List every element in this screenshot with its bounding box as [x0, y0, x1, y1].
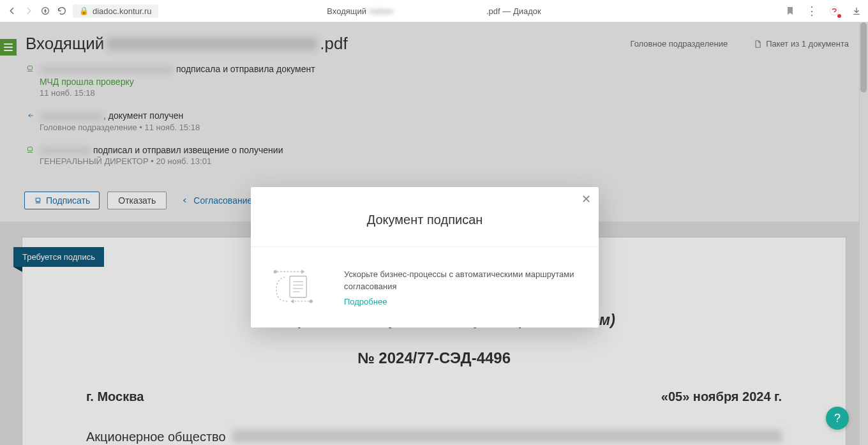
event-meta: ГЕНЕРАЛЬНЫЙ ДИРЕКТОР • 20 нояб. 13:01	[40, 156, 849, 166]
page-title: Входящий .pdf	[26, 34, 348, 54]
timeline-event: подписала и отправила документ МЧД прошл…	[26, 64, 849, 98]
mchd-status: МЧД прошла проверку	[40, 77, 849, 87]
stamp-icon	[26, 64, 34, 73]
stamp-icon	[26, 146, 34, 155]
modal-body-text: Ускорьте бизнес-процессы с автоматически…	[344, 268, 580, 293]
download-icon[interactable]	[851, 6, 862, 16]
yandex-home-icon[interactable]	[40, 5, 51, 17]
timeline-event: подписал и отправил извещение о получени…	[26, 145, 849, 166]
route-illustration-icon	[270, 265, 327, 310]
kebab-menu-icon[interactable]: ⋮	[807, 6, 817, 16]
event-meta: 11 нояб. 15:18	[40, 88, 849, 98]
modal-title: Документ подписан	[264, 213, 586, 227]
svg-rect-3	[28, 147, 33, 151]
lock-icon: 🔒	[79, 6, 89, 15]
help-fab[interactable]: ?	[826, 407, 849, 430]
menu-toggle-button[interactable]	[0, 39, 17, 56]
url-text: diadoc.kontur.ru	[93, 6, 152, 16]
event-meta: Головное подразделение • 11 нояб. 15:18	[40, 123, 849, 132]
svg-point-5	[274, 270, 277, 273]
org-unit[interactable]: Головное подразделение	[630, 39, 728, 49]
status-ribbon: Требуется подпись	[13, 247, 104, 267]
doc-number: № 2024/77-СЭД-4496	[86, 349, 782, 367]
scrollbar[interactable]	[859, 22, 868, 445]
svg-rect-6	[290, 276, 306, 298]
signed-modal: ✕ Документ подписан Ускорьте бизн	[251, 187, 599, 328]
address-bar[interactable]: 🔒 diadoc.kontur.ru	[73, 4, 158, 18]
reload-icon[interactable]	[56, 5, 68, 17]
browser-chrome: 🔒 diadoc.kontur.ru Входящий hidden .pdf …	[0, 0, 868, 22]
scroll-handle[interactable]	[860, 22, 867, 93]
sign-button[interactable]: Подписать	[24, 192, 100, 209]
nav-forward-icon[interactable]	[23, 5, 34, 17]
bookmark-icon[interactable]	[785, 6, 795, 16]
svg-point-7	[310, 299, 313, 303]
doc-city: г. Москва	[86, 389, 144, 404]
svg-rect-4	[36, 198, 40, 201]
event-timeline: подписала и отправила документ МЧД прошл…	[26, 64, 849, 179]
approval-menu[interactable]: Согласование	[181, 195, 252, 206]
learn-more-link[interactable]: Подробнее	[344, 297, 387, 306]
decline-button[interactable]: Отказать	[107, 192, 167, 209]
doc-date: «05» ноября 2024 г.	[661, 389, 782, 404]
inbox-icon	[26, 111, 34, 120]
extension-icon[interactable]	[828, 5, 840, 17]
doc-corp: Акционерное общество	[86, 430, 226, 444]
svg-rect-2	[28, 66, 33, 70]
nav-back-icon[interactable]	[6, 5, 18, 17]
svg-point-1	[830, 6, 839, 15]
close-icon[interactable]: ✕	[581, 193, 591, 205]
timeline-event: , документ получен Головное подразделени…	[26, 110, 849, 132]
tab-title: Входящий hidden .pdf — Диадок	[327, 6, 541, 16]
package-link[interactable]: Пакет из 1 документа	[753, 39, 849, 49]
